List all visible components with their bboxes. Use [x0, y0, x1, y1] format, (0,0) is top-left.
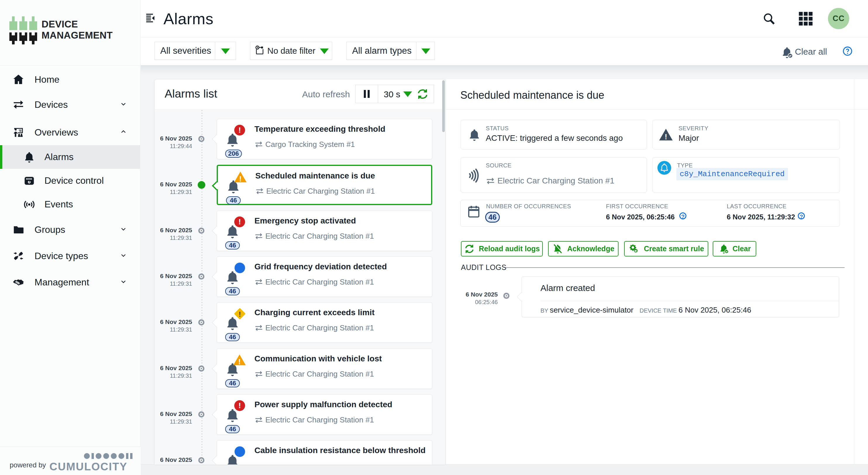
svg-text:!: ! — [239, 310, 241, 318]
svg-text:!: ! — [239, 175, 242, 183]
svg-text:!: ! — [665, 133, 668, 141]
svg-text:!: ! — [238, 358, 241, 366]
